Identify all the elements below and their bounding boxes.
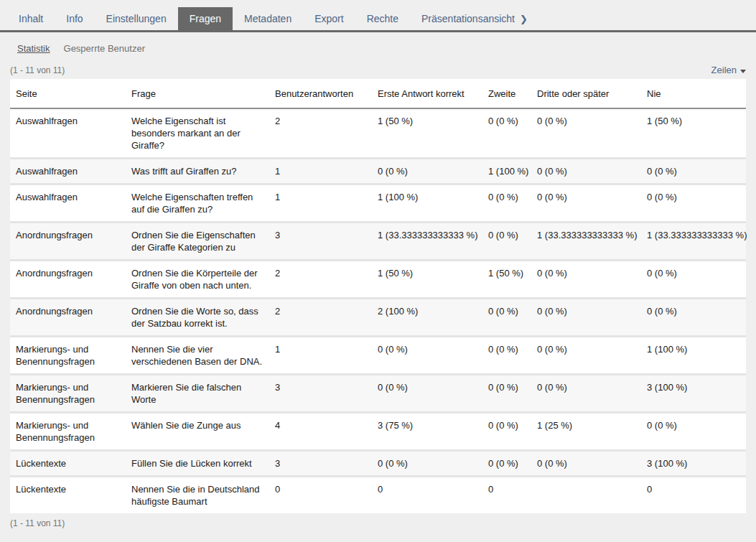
table-cell: 1 (100 %)	[641, 337, 746, 375]
table-cell: 0 (0 %)	[482, 299, 531, 337]
table-cell: 0 (0 %)	[372, 375, 482, 413]
table-cell: 1	[269, 184, 372, 223]
table-cell: 1 (50 %)	[641, 108, 746, 159]
table-cell: 0 (0 %)	[531, 159, 641, 184]
table-row: LückentexteNennen Sie die in Deutschland…	[10, 477, 746, 514]
tab-inhalt[interactable]: Inhalt	[7, 7, 55, 30]
table-cell: Anordnungsfragen	[10, 299, 126, 337]
table-row: AuswahlfragenWelche Eigenschaft ist beso…	[10, 108, 746, 159]
table-cell: 0 (0 %)	[531, 108, 641, 159]
table-cell: 0 (0 %)	[482, 184, 531, 223]
table-cell: 1 (33.333333333333 %)	[641, 223, 746, 261]
table-cell: 0 (0 %)	[531, 451, 641, 477]
table-cell: 0 (0 %)	[482, 375, 531, 413]
column-header: Erste Antwort korrekt	[372, 79, 482, 108]
table-cell: 0	[641, 477, 746, 514]
table-cell: 3	[269, 451, 372, 477]
table-cell: 2	[269, 299, 372, 337]
column-header: Dritte oder später	[531, 79, 641, 108]
table-row: AnordnungsfragenOrdnen Sie die Worte so,…	[10, 299, 746, 337]
table-cell: 0 (0 %)	[531, 261, 641, 299]
table-header-row: SeiteFrageBenutzerantwortenErste Antwort…	[10, 79, 746, 108]
table-cell: Anordnungsfragen	[10, 261, 126, 299]
table-cell: 0 (0 %)	[482, 451, 531, 477]
table-cell: 0 (0 %)	[641, 299, 746, 337]
table-cell: Füllen Sie die Lücken korrekt	[126, 451, 269, 477]
subtab-bar: StatistikGesperrte Benutzer	[0, 32, 756, 60]
tab-einstellungen[interactable]: Einstellungen	[95, 7, 178, 30]
table-cell: Ordnen Sie die Eigenschaften der Giraffe…	[126, 223, 269, 261]
statistics-table: SeiteFrageBenutzerantwortenErste Antwort…	[10, 79, 746, 513]
table-cell: 1 (25 %)	[531, 413, 641, 451]
table-cell: 1	[269, 337, 372, 375]
table-cell: 0	[482, 477, 531, 514]
table-cell: Markierungs- und Benennungsfragen	[10, 337, 126, 375]
table-cell: 3 (75 %)	[372, 413, 482, 451]
table-cell: 1 (100 %)	[482, 159, 531, 184]
subtab-statistik[interactable]: Statistik	[17, 43, 50, 54]
tab-label: Metadaten	[244, 13, 291, 24]
table-cell: 0	[372, 477, 482, 514]
table-row: AuswahlfragenWelche Eigenschaften treffe…	[10, 184, 746, 223]
statistics-table-container: SeiteFrageBenutzerantwortenErste Antwort…	[10, 79, 746, 513]
tab-metadaten[interactable]: Metadaten	[233, 7, 303, 30]
column-header: Nie	[641, 79, 746, 108]
table-cell: 0 (0 %)	[482, 223, 531, 261]
table-meta-top: (1 - 11 von 11) Zeilen	[10, 65, 746, 75]
table-cell: Markieren Sie die falschen Worte	[126, 375, 269, 413]
table-cell: 0 (0 %)	[531, 299, 641, 337]
subtab-gesperrte-benutzer[interactable]: Gesperrte Benutzer	[64, 43, 145, 54]
caret-down-icon	[740, 70, 746, 73]
table-cell: Lückentexte	[10, 451, 126, 477]
tab-label: Einstellungen	[106, 13, 167, 24]
table-row: LückentexteFüllen Sie die Lücken korrekt…	[10, 451, 746, 477]
table-cell: Wählen Sie die Zunge aus	[126, 413, 269, 451]
table-cell: 0 (0 %)	[641, 184, 746, 223]
table-cell: Auswahlfragen	[10, 159, 126, 184]
table-cell: 3	[269, 375, 372, 413]
tab-praesentationsansicht[interactable]: Präsentationsansicht❯	[410, 7, 539, 30]
column-header: Zweite	[482, 79, 531, 108]
table-cell: 3 (100 %)	[641, 375, 746, 413]
table-cell: Welche Eigenschaft ist besonders markant…	[126, 108, 269, 159]
table-cell: Ordnen Sie die Körperteile der Giraffe v…	[126, 261, 269, 299]
tab-export[interactable]: Export	[303, 7, 355, 30]
table-cell: 0 (0 %)	[372, 159, 482, 184]
table-cell: 0	[269, 477, 372, 514]
tab-info[interactable]: Info	[55, 7, 94, 30]
tab-label: Rechte	[367, 13, 398, 24]
table-cell: 1 (50 %)	[372, 261, 482, 299]
table-cell: Auswahlfragen	[10, 108, 126, 159]
rows-dropdown-label: Zeilen	[711, 65, 737, 75]
table-cell: Markierungs- und Benennungsfragen	[10, 413, 126, 451]
table-cell: 0 (0 %)	[482, 337, 531, 375]
table-cell: 0 (0 %)	[641, 261, 746, 299]
table-cell: Nennen Sie die in Deutschland häufigste …	[126, 477, 269, 514]
table-cell: 4	[269, 413, 372, 451]
table-cell: 1 (33.333333333333 %)	[372, 223, 482, 261]
table-cell: 1 (33.333333333333 %)	[531, 223, 641, 261]
table-cell: 2	[269, 108, 372, 159]
table-cell	[531, 477, 641, 514]
table-cell: 0 (0 %)	[641, 159, 746, 184]
table-row: AuswahlfragenWas trifft auf Giraffen zu?…	[10, 159, 746, 184]
tab-label: Export	[314, 13, 343, 24]
pagination-bottom: (1 - 11 von 11)	[10, 518, 65, 528]
tab-fragen[interactable]: Fragen	[178, 7, 233, 30]
table-cell: Auswahlfragen	[10, 184, 126, 223]
table-row: Markierungs- und BenennungsfragenMarkier…	[10, 375, 746, 413]
table-cell: 3	[269, 223, 372, 261]
table-cell: 1 (50 %)	[372, 108, 482, 159]
table-cell: Ordnen Sie die Worte so, dass der Satzba…	[126, 299, 269, 337]
pagination-top: (1 - 11 von 11)	[10, 65, 65, 75]
table-cell: Was trifft auf Giraffen zu?	[126, 159, 269, 184]
rows-dropdown[interactable]: Zeilen	[711, 65, 746, 75]
tab-label: Präsentationsansicht	[421, 13, 515, 24]
tab-rechte[interactable]: Rechte	[355, 7, 410, 30]
page: InhaltInfoEinstellungenFragenMetadatenEx…	[0, 0, 756, 528]
table-cell: Lückentexte	[10, 477, 126, 514]
table-cell: Welche Eigenschaften treffen auf die Gir…	[126, 184, 269, 223]
table-cell: 0 (0 %)	[531, 375, 641, 413]
chevron-right-icon: ❯	[520, 14, 528, 24]
table-cell: 0 (0 %)	[372, 451, 482, 477]
